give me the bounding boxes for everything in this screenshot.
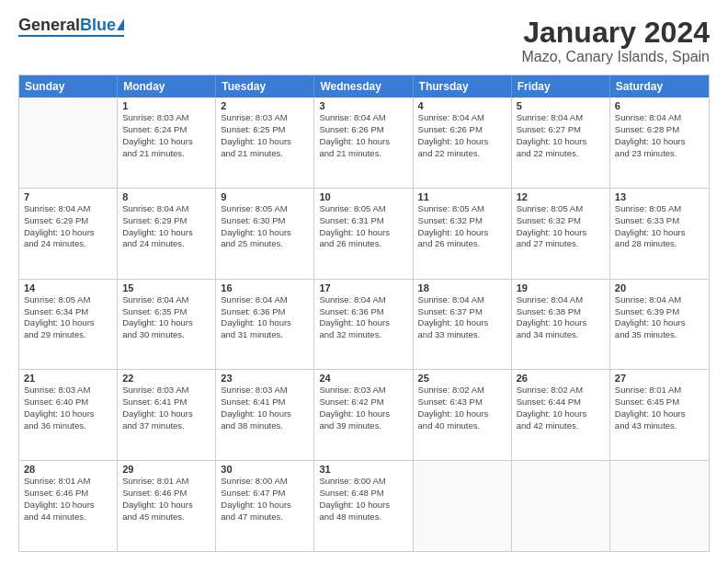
day-number: 24 [319,373,407,384]
day-info: Sunrise: 8:03 AMSunset: 6:41 PMDaylight:… [122,385,210,431]
calendar-day-cell: 24Sunrise: 8:03 AMSunset: 6:42 PMDayligh… [314,370,413,460]
calendar-week-row: 28Sunrise: 8:01 AMSunset: 6:46 PMDayligh… [19,461,709,551]
day-number: 4 [418,100,506,111]
day-number: 29 [122,464,210,475]
logo-blue-text: Blue [80,17,116,33]
logo-general-text: General [18,17,80,33]
header: GeneralBlue January 2024 Mazo, Canary Is… [18,17,710,65]
day-info: Sunrise: 8:03 AMSunset: 6:24 PMDaylight:… [122,112,210,159]
calendar-day-cell: 15Sunrise: 8:04 AMSunset: 6:35 PMDayligh… [118,280,216,370]
day-info: Sunrise: 8:03 AMSunset: 6:25 PMDaylight:… [221,112,309,159]
day-info: Sunrise: 8:05 AMSunset: 6:31 PMDaylight:… [319,203,407,250]
calendar-day-cell: 1Sunrise: 8:03 AMSunset: 6:24 PMDaylight… [118,98,216,188]
day-info: Sunrise: 8:01 AMSunset: 6:46 PMDaylight:… [122,476,210,523]
day-number: 13 [615,191,704,202]
day-number: 7 [24,191,112,202]
day-info: Sunrise: 8:04 AMSunset: 6:36 PMDaylight:… [221,294,309,341]
day-number: 12 [517,191,605,202]
day-info: Sunrise: 8:05 AMSunset: 6:34 PMDaylight:… [24,294,112,341]
calendar-day-cell: 19Sunrise: 8:04 AMSunset: 6:38 PMDayligh… [512,280,610,370]
day-number: 1 [122,100,210,111]
calendar-day-cell: 12Sunrise: 8:05 AMSunset: 6:32 PMDayligh… [512,189,610,279]
calendar-day-cell: 10Sunrise: 8:05 AMSunset: 6:31 PMDayligh… [314,189,413,279]
calendar-day-cell: 22Sunrise: 8:03 AMSunset: 6:41 PMDayligh… [118,370,216,460]
calendar-day-cell [512,461,610,551]
calendar-day-cell [610,461,709,551]
calendar-day-cell: 30Sunrise: 8:00 AMSunset: 6:47 PMDayligh… [216,461,314,551]
day-number: 10 [319,191,407,202]
calendar-body: 1Sunrise: 8:03 AMSunset: 6:24 PMDaylight… [19,98,709,551]
day-info: Sunrise: 8:04 AMSunset: 6:39 PMDaylight:… [615,294,704,341]
day-number: 30 [221,464,309,475]
calendar-week-row: 21Sunrise: 8:03 AMSunset: 6:40 PMDayligh… [19,370,709,461]
page: GeneralBlue January 2024 Mazo, Canary Is… [0,0,728,563]
day-info: Sunrise: 8:05 AMSunset: 6:32 PMDaylight:… [418,203,506,250]
day-number: 5 [517,100,605,111]
calendar-header: SundayMondayTuesdayWednesdayThursdayFrid… [19,75,709,98]
day-number: 28 [24,464,112,475]
calendar-day-cell [414,461,512,551]
calendar-day-cell: 7Sunrise: 8:04 AMSunset: 6:29 PMDaylight… [19,189,118,279]
day-number: 3 [319,100,407,111]
calendar-day-header: Sunday [19,75,118,98]
calendar-day-cell: 18Sunrise: 8:04 AMSunset: 6:37 PMDayligh… [414,280,512,370]
calendar-day-cell: 11Sunrise: 8:05 AMSunset: 6:32 PMDayligh… [414,189,512,279]
day-info: Sunrise: 8:04 AMSunset: 6:35 PMDaylight:… [122,294,210,341]
day-info: Sunrise: 8:04 AMSunset: 6:26 PMDaylight:… [319,112,407,159]
calendar-day-cell: 28Sunrise: 8:01 AMSunset: 6:46 PMDayligh… [19,461,118,551]
calendar-day-cell: 25Sunrise: 8:02 AMSunset: 6:43 PMDayligh… [414,370,512,460]
day-number: 11 [418,191,506,202]
day-info: Sunrise: 8:04 AMSunset: 6:27 PMDaylight:… [517,112,605,159]
day-info: Sunrise: 8:01 AMSunset: 6:46 PMDaylight:… [24,476,112,523]
day-info: Sunrise: 8:04 AMSunset: 6:36 PMDaylight:… [319,294,407,341]
day-info: Sunrise: 8:03 AMSunset: 6:42 PMDaylight:… [319,385,407,431]
calendar-day-cell: 6Sunrise: 8:04 AMSunset: 6:28 PMDaylight… [610,98,709,188]
logo: GeneralBlue [18,17,124,37]
day-info: Sunrise: 8:05 AMSunset: 6:32 PMDaylight:… [517,203,605,250]
day-number: 21 [24,373,112,384]
day-number: 27 [615,373,704,384]
calendar-day-header: Wednesday [314,75,413,98]
day-info: Sunrise: 8:02 AMSunset: 6:43 PMDaylight:… [418,385,506,431]
day-info: Sunrise: 8:04 AMSunset: 6:26 PMDaylight:… [418,112,506,159]
calendar-day-header: Tuesday [216,75,314,98]
calendar-day-cell: 16Sunrise: 8:04 AMSunset: 6:36 PMDayligh… [216,280,314,370]
day-number: 25 [418,373,506,384]
day-number: 19 [517,282,605,293]
day-number: 8 [122,191,210,202]
calendar-week-row: 14Sunrise: 8:05 AMSunset: 6:34 PMDayligh… [19,280,709,371]
day-info: Sunrise: 8:03 AMSunset: 6:41 PMDaylight:… [221,385,309,431]
calendar-day-cell: 13Sunrise: 8:05 AMSunset: 6:33 PMDayligh… [610,189,709,279]
day-number: 26 [517,373,605,384]
calendar-day-cell: 27Sunrise: 8:01 AMSunset: 6:45 PMDayligh… [610,370,709,460]
calendar-week-row: 7Sunrise: 8:04 AMSunset: 6:29 PMDaylight… [19,189,709,280]
logo-underline [18,35,124,37]
calendar-day-cell: 23Sunrise: 8:03 AMSunset: 6:41 PMDayligh… [216,370,314,460]
calendar-day-cell: 17Sunrise: 8:04 AMSunset: 6:36 PMDayligh… [314,280,413,370]
day-info: Sunrise: 8:00 AMSunset: 6:47 PMDaylight:… [221,476,309,523]
calendar-day-cell: 21Sunrise: 8:03 AMSunset: 6:40 PMDayligh… [19,370,118,460]
day-info: Sunrise: 8:05 AMSunset: 6:30 PMDaylight:… [221,203,309,250]
day-number: 20 [615,282,704,293]
day-number: 15 [122,282,210,293]
day-info: Sunrise: 8:01 AMSunset: 6:45 PMDaylight:… [615,385,704,431]
day-info: Sunrise: 8:04 AMSunset: 6:37 PMDaylight:… [418,294,506,341]
calendar-day-cell: 3Sunrise: 8:04 AMSunset: 6:26 PMDaylight… [314,98,413,188]
day-number: 22 [122,373,210,384]
day-info: Sunrise: 8:04 AMSunset: 6:29 PMDaylight:… [122,203,210,250]
calendar: SundayMondayTuesdayWednesdayThursdayFrid… [18,75,710,552]
calendar-week-row: 1Sunrise: 8:03 AMSunset: 6:24 PMDaylight… [19,98,709,189]
calendar-day-cell: 8Sunrise: 8:04 AMSunset: 6:29 PMDaylight… [118,189,216,279]
calendar-day-cell: 14Sunrise: 8:05 AMSunset: 6:34 PMDayligh… [19,280,118,370]
calendar-day-cell [19,98,118,188]
calendar-day-cell: 29Sunrise: 8:01 AMSunset: 6:46 PMDayligh… [118,461,216,551]
calendar-subtitle: Mazo, Canary Islands, Spain [521,49,710,65]
calendar-day-header: Friday [512,75,610,98]
day-info: Sunrise: 8:04 AMSunset: 6:38 PMDaylight:… [517,294,605,341]
title-area: January 2024 Mazo, Canary Islands, Spain [521,17,710,65]
day-number: 31 [319,464,407,475]
day-info: Sunrise: 8:04 AMSunset: 6:29 PMDaylight:… [24,203,112,250]
calendar-day-cell: 9Sunrise: 8:05 AMSunset: 6:30 PMDaylight… [216,189,314,279]
calendar-day-cell: 26Sunrise: 8:02 AMSunset: 6:44 PMDayligh… [512,370,610,460]
calendar-day-header: Monday [118,75,216,98]
